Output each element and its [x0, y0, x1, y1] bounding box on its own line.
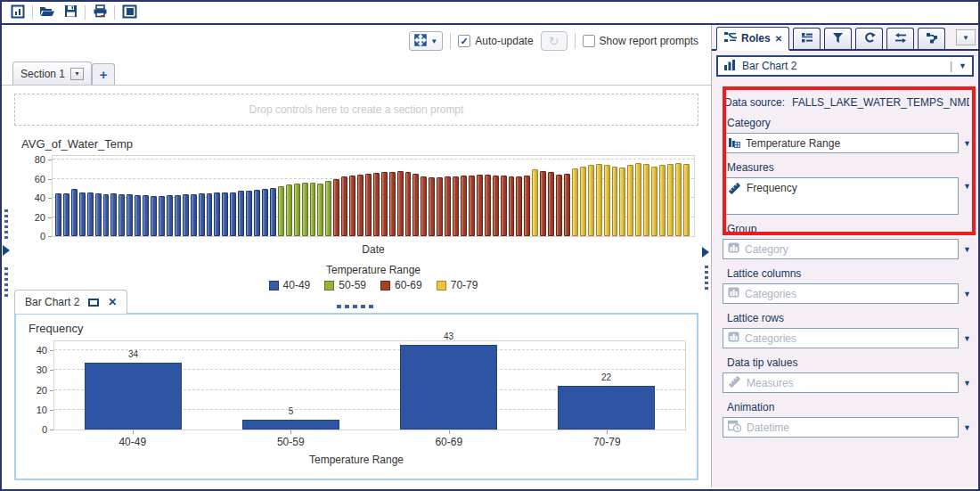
data-tip-values-field[interactable]: Measures	[723, 372, 959, 393]
animation-field[interactable]: Datetime	[723, 417, 959, 438]
right-splitter-handle[interactable]	[705, 266, 708, 290]
bar[interactable]	[55, 193, 61, 236]
bar[interactable]	[310, 183, 316, 236]
bar[interactable]	[612, 167, 618, 236]
bar[interactable]	[87, 192, 94, 236]
bar[interactable]	[207, 193, 213, 236]
bar[interactable]	[294, 184, 300, 236]
bar[interactable]	[445, 176, 451, 236]
bar[interactable]	[365, 174, 372, 236]
add-section-button[interactable]: +	[92, 63, 115, 85]
bar[interactable]	[548, 172, 554, 236]
bar[interactable]	[242, 420, 340, 430]
maximize-icon[interactable]	[88, 299, 99, 307]
bar[interactable]	[333, 179, 339, 237]
bar[interactable]	[175, 195, 181, 236]
bar[interactable]	[501, 176, 507, 236]
horizontal-splitter-handle[interactable]	[337, 305, 373, 308]
group-field[interactable]: Category	[723, 239, 959, 259]
water-temp-bar-chart[interactable]: AVG_of_Water_Temp 020406080 Date Tempera…	[21, 137, 695, 293]
toggle-panel-button[interactable]	[118, 3, 141, 22]
bar[interactable]	[429, 177, 435, 236]
bar[interactable]	[596, 164, 602, 236]
bar[interactable]	[604, 165, 610, 236]
legend-item[interactable]: 40-49	[269, 279, 311, 291]
bar[interactable]	[110, 193, 117, 236]
bar[interactable]	[238, 191, 244, 236]
bar[interactable]	[572, 168, 578, 236]
bar[interactable]	[159, 196, 165, 236]
bar[interactable]	[222, 192, 228, 236]
lattice-columns-field[interactable]: Categories	[723, 283, 959, 304]
chevron-down-icon[interactable]: ▼	[963, 379, 971, 388]
section-tab[interactable]: Section 1 ▼	[12, 61, 92, 85]
bar[interactable]	[389, 172, 396, 236]
tab-filters[interactable]	[824, 28, 852, 49]
left-panel-expand-arrow-icon[interactable]	[3, 245, 10, 256]
print-button[interactable]	[88, 3, 111, 22]
bar[interactable]	[63, 193, 69, 236]
bar[interactable]	[286, 184, 292, 236]
bar[interactable]	[270, 188, 276, 236]
bar[interactable]	[127, 194, 133, 236]
tab-interactions[interactable]	[886, 28, 914, 49]
chart1-plot-area[interactable]	[52, 155, 695, 237]
tab-properties[interactable]	[793, 28, 821, 49]
left-splitter-handle[interactable]	[4, 267, 8, 297]
tab-overflow-button[interactable]: ▼	[956, 29, 976, 45]
bar[interactable]	[349, 176, 355, 236]
bar[interactable]	[485, 175, 491, 236]
right-panel-expand-arrow-icon[interactable]	[702, 247, 709, 258]
save-button[interactable]	[59, 3, 82, 22]
section-menu-dropdown[interactable]: ▼	[70, 68, 84, 80]
bar[interactable]	[405, 172, 412, 236]
bar[interactable]	[302, 183, 308, 236]
chart2-plot-area[interactable]: 3454322	[53, 340, 686, 430]
auto-update-checkbox[interactable]: ✓ Auto-update	[458, 35, 533, 47]
bar[interactable]	[381, 172, 388, 236]
legend-item[interactable]: 50-59	[324, 279, 366, 291]
measures-field[interactable]: Frequency	[723, 177, 959, 215]
bar[interactable]	[397, 171, 404, 236]
bar[interactable]	[524, 176, 530, 236]
category-field[interactable]: Temperature Range	[723, 133, 959, 153]
left-splitter-handle[interactable]	[4, 209, 8, 239]
bar[interactable]	[199, 193, 205, 236]
bar[interactable]	[651, 167, 657, 236]
bar[interactable]	[191, 194, 197, 236]
close-icon[interactable]: ✕	[108, 296, 117, 308]
bar[interactable]	[262, 189, 268, 236]
tab-roles[interactable]: Roles ✕	[716, 27, 789, 51]
bar[interactable]	[230, 192, 236, 236]
chevron-down-icon[interactable]: ▼	[963, 139, 971, 148]
chevron-down-icon[interactable]: ▼	[963, 182, 971, 191]
tab-ranks[interactable]	[918, 28, 945, 49]
bar[interactable]	[643, 164, 649, 236]
bar[interactable]	[453, 176, 459, 236]
bar[interactable]	[254, 190, 260, 236]
bar[interactable]	[675, 163, 682, 236]
bar[interactable]	[135, 195, 141, 236]
bar[interactable]	[667, 164, 674, 236]
bar[interactable]	[183, 194, 189, 236]
bar[interactable]	[683, 164, 690, 236]
close-icon[interactable]: ✕	[775, 34, 782, 44]
bar[interactable]	[509, 176, 515, 236]
bar[interactable]	[580, 167, 586, 236]
bar[interactable]	[71, 189, 78, 236]
show-report-prompts-checkbox[interactable]: Show report prompts	[583, 35, 698, 47]
bar[interactable]	[493, 176, 499, 236]
tab-display-rules[interactable]	[855, 28, 883, 49]
bar[interactable]	[627, 165, 633, 236]
refresh-button[interactable]: ↻	[541, 31, 568, 51]
section-prompt-dropzone[interactable]: Drop controls here to create a section p…	[14, 94, 698, 126]
legend-item[interactable]: 60-69	[380, 279, 422, 291]
expand-view-button[interactable]: ▼	[409, 31, 443, 51]
bar[interactable]	[118, 194, 125, 236]
bar[interactable]	[214, 192, 220, 236]
bar[interactable]	[437, 177, 443, 236]
bar[interactable]	[103, 194, 110, 236]
bar[interactable]	[635, 163, 641, 236]
bar[interactable]	[532, 169, 538, 236]
bar[interactable]	[246, 191, 252, 236]
